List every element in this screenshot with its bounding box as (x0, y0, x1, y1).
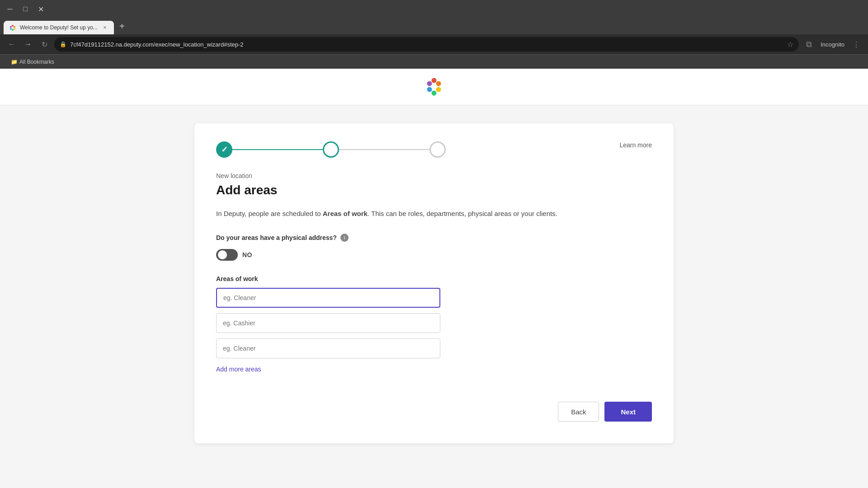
svg-point-1 (14, 26, 15, 28)
svg-point-10 (427, 87, 432, 92)
step-1-check-icon: ✓ (221, 145, 228, 155)
deputy-logo (423, 76, 445, 98)
bookmark-star-icon[interactable]: ☆ (787, 40, 793, 49)
description-bold: Areas of work (323, 210, 368, 217)
close-button[interactable]: ✕ (34, 3, 47, 15)
svg-point-7 (436, 81, 441, 86)
svg-point-4 (10, 28, 12, 30)
physical-address-toggle[interactable] (216, 249, 238, 261)
bookmarks-label: All Bookmarks (19, 59, 54, 65)
physical-address-question: Do your areas have a physical address? (216, 234, 337, 241)
forward-nav-button[interactable]: → (22, 38, 34, 51)
bookmarks-folder[interactable]: 📁 All Bookmarks (7, 57, 58, 67)
description-prefix: In Deputy, people are scheduled to (216, 210, 323, 217)
tab-close-button[interactable]: × (101, 24, 108, 31)
page-title: Add areas (216, 183, 652, 197)
bottom-actions: Back Next (216, 402, 652, 422)
tab-title: Welcome to Deputy! Set up yo... (20, 24, 98, 31)
next-button[interactable]: Next (604, 402, 652, 422)
description-text: In Deputy, people are scheduled to Areas… (216, 208, 652, 219)
svg-point-0 (12, 25, 14, 27)
info-icon[interactable]: i (340, 234, 349, 242)
areas-of-work-label: Areas of work (216, 275, 652, 282)
toggle-container: NO (216, 249, 652, 261)
svg-point-3 (12, 29, 14, 31)
svg-point-11 (427, 81, 432, 86)
lock-icon: 🔒 (60, 41, 66, 47)
url-display: 7cf47d19112152.na.deputy.com/exec/new_lo… (70, 41, 783, 48)
step-label: New location (216, 172, 652, 179)
extensions-button[interactable]: ⧉ (802, 38, 815, 51)
active-tab[interactable]: Welcome to Deputy! Set up yo... × (4, 21, 114, 34)
step-3 (429, 141, 446, 158)
maximize-button[interactable]: □ (19, 3, 32, 15)
learn-more-link[interactable]: Learn more (619, 141, 652, 149)
wizard-card: Learn more ✓ New location Add areas In D… (194, 123, 674, 443)
tab-favicon (9, 24, 16, 31)
incognito-button[interactable]: Incognito (817, 39, 848, 50)
reload-button[interactable]: ↻ (38, 38, 51, 51)
step-2 (323, 141, 339, 158)
svg-point-9 (432, 91, 437, 96)
svg-point-5 (10, 26, 12, 28)
step-line-1 (232, 149, 323, 150)
incognito-label: Incognito (821, 41, 844, 48)
svg-point-2 (14, 28, 15, 30)
back-nav-button[interactable]: ← (5, 38, 18, 51)
page-header (0, 69, 868, 105)
step-line-2 (339, 149, 429, 150)
svg-point-6 (432, 78, 437, 83)
step-1: ✓ (216, 141, 232, 158)
area-input-1[interactable] (216, 288, 440, 308)
new-tab-button[interactable]: + (116, 20, 128, 33)
physical-address-row: Do your areas have a physical address? i (216, 234, 652, 242)
toggle-thumb (218, 250, 227, 259)
address-bar[interactable]: 🔒 7cf47d19112152.na.deputy.com/exec/new_… (54, 37, 799, 52)
progress-stepper: ✓ (216, 141, 652, 158)
minimize-button[interactable]: ─ (4, 3, 16, 15)
description-suffix: . This can be roles, departments, physic… (368, 210, 557, 217)
area-input-2[interactable] (216, 313, 440, 333)
svg-point-8 (436, 87, 441, 92)
area-input-3[interactable] (216, 338, 440, 358)
folder-icon: 📁 (11, 59, 18, 65)
menu-button[interactable]: ⋮ (850, 38, 863, 51)
add-more-areas-link[interactable]: Add more areas (216, 366, 261, 373)
back-button[interactable]: Back (558, 402, 599, 422)
toggle-label: NO (242, 251, 252, 258)
